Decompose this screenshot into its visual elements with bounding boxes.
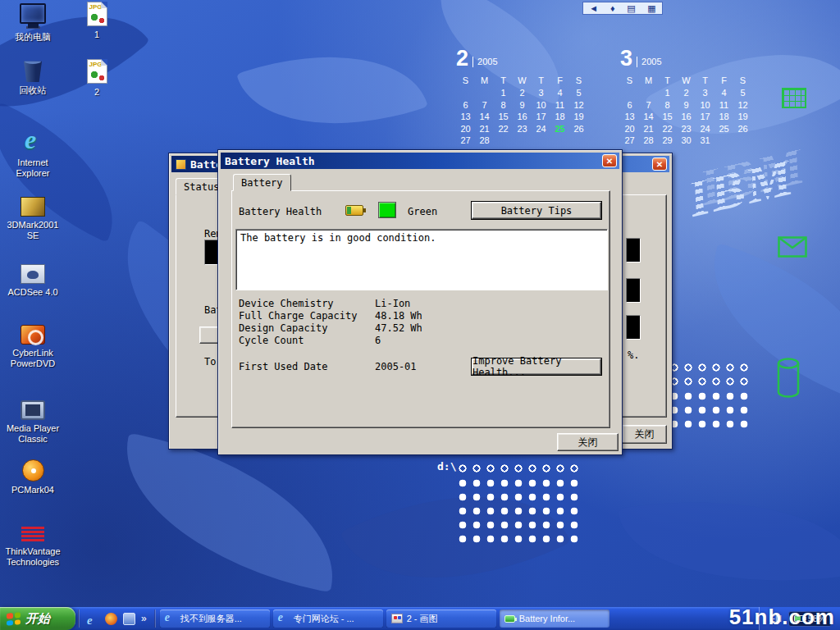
calendar-day-headers: SMTWTFS [456,75,591,85]
language-indicator[interactable]: EN [769,614,782,623]
display-icon[interactable]: ▤ [627,2,635,14]
close-button[interactable]: 关闭 [557,433,619,451]
taskbar-task[interactable]: 找不到服务器... [160,609,270,628]
calendar-day: 1 [658,88,677,100]
calendar-day-header: S [569,75,588,85]
keyboard-icon[interactable]: ▦ [647,2,655,14]
desktop-icon-media-player-classic[interactable]: Media Player Classic [2,400,64,445]
desktop-icon-thinkvantage[interactable]: ThinkVantage Technologies [2,527,64,568]
calendar-year: 2005 [472,57,497,67]
calendar-day [475,88,494,100]
powerdvd-icon [21,325,45,345]
speaker-icon[interactable]: ◄ [589,2,598,14]
calendar-day-header: F [550,75,569,85]
calendar-day: 11 [714,100,733,112]
acdsee-icon [21,264,45,284]
taskbar-separator [78,609,80,628]
calendar-grid: 1234567891011121314151617181920212223242… [456,88,591,148]
condition-textbox[interactable]: The battery is in good condition. [235,229,608,290]
thinkvantage-icon [21,527,44,543]
my-computer-icon [20,3,46,24]
taskbar: 开始 » 找不到服务器...专门网论坛 - ...2 - 画图Battery I… [0,607,840,630]
desktop-icon-label: ThinkVantage Technologies [2,546,64,568]
close-icon[interactable]: ✕ [602,154,617,167]
calendar-day: 16 [513,112,532,124]
health-status-text: Green [408,206,437,217]
taskbar-task[interactable]: 2 - 画图 [386,609,496,628]
calendar-day: 13 [456,112,475,124]
calendar-day [569,135,588,148]
battery-health-dialog: Battery Health ✕ Battery Battery Health … [217,149,623,455]
desktop-icon-powerdvd[interactable]: CyberLink PowerDVD [2,325,64,369]
calendar-day-header: T [494,75,513,85]
improve-battery-health-button[interactable]: Improve Battery Health... [472,358,601,375]
taskbar-task-label: 专门网论坛 - ... [294,613,354,625]
calendar-day: 6 [456,100,475,112]
show-desktop-icon[interactable] [123,613,135,625]
desktop-file-2[interactable]: 2 [79,59,115,98]
tab-battery[interactable]: Battery [233,174,291,191]
desktop-icon-pcmark04[interactable]: PCMark04 [2,459,64,495]
desktop-icon-recycle-bin[interactable]: 回收站 [2,59,64,96]
calendar-day: 6 [620,100,639,112]
calendar-day: 14 [639,112,658,124]
calendar-day: 4 [550,88,569,100]
calendar-day: 29 [658,135,677,148]
desktop-icon-label: ACDSee 4.0 [7,287,57,298]
calendar-day: 5 [569,88,588,100]
calendar-day: 12 [569,100,588,112]
desktop-icon-internet-explorer[interactable]: Internet Explorer [2,130,64,179]
close-button[interactable]: 关闭 [622,425,667,444]
battery-information-window-icon [176,159,186,170]
quicklaunch-overflow-chevron[interactable]: » [141,613,147,624]
taskbar-task[interactable]: 专门网论坛 - ... [273,609,383,628]
field-value: 2005-01 [375,361,417,372]
calendar-day: 5 [733,88,752,100]
envelope-icon [778,236,807,258]
calendar-day: 12 [733,100,752,112]
ie-icon [165,614,176,623]
calendar-day: 7 [639,100,658,112]
close-icon[interactable]: ✕ [652,158,667,171]
desktop-icon-my-computer[interactable]: 我的电脑 [2,3,64,43]
calendar-february: 2 2005 SMTWTFS 1234567891011121314151617… [456,46,591,148]
calendar-march: 3 2005 SMTWTFS 1234567891011121314151617… [620,46,756,148]
calendar-day-header: W [677,75,696,85]
ie-icon [278,614,290,623]
media-player-quicklaunch-icon[interactable] [105,613,117,625]
jpg-file-icon [87,59,107,84]
desktop-icon-label: 回收站 [20,85,47,96]
calendar-day: 26 [733,124,752,136]
battery-tips-button[interactable]: Battery Tips [472,202,601,219]
calendar-day: 25 [714,124,733,136]
calendar-day: 17 [532,112,550,124]
taskbar-task-label: 2 - 画图 [407,613,438,625]
calendar-day-header: M [639,75,658,85]
field-value: 47.52 Wh [375,322,422,334]
wallpaper-leaf [618,477,840,606]
taskbar-tasks: 找不到服务器...专门网论坛 - ...2 - 画图Battery Infor.… [158,609,760,628]
calendar-day [494,135,513,148]
desktop-icon-acdsee[interactable]: ACDSee 4.0 [2,264,64,298]
ie-quicklaunch-icon[interactable] [87,613,99,625]
pcmark-icon [22,459,44,482]
calendar-day: 24 [532,124,550,136]
calendar-day: 8 [658,100,677,112]
start-button[interactable]: 开始 [0,607,75,630]
desktop-icon-label: CyberLink PowerDVD [2,348,64,369]
battery-icon [794,615,805,622]
desktop: IBM IBM ◄ ♦ ▤ ▦ 2 2005 SMTWTFS 123456789… [0,0,840,607]
calendar-day: 19 [569,112,588,124]
calendar-day: 15 [658,112,677,124]
desktop-icon-3dmark2001[interactable]: 3DMark2001 SE [2,197,64,241]
taskbar-task[interactable]: Battery Infor... [500,609,609,628]
volume-icon[interactable]: ♦ [610,2,615,14]
battery-health-titlebar[interactable]: Battery Health ✕ [221,153,619,169]
dot-pattern [668,361,752,389]
calendar-day [733,135,752,148]
calendar-day [456,88,475,100]
calendar-year: 2005 [637,57,661,67]
desktop-file-1[interactable]: 1 [79,2,115,40]
calendar-day: 27 [456,135,475,148]
tray-battery-indicator[interactable]: 58% [788,611,832,627]
